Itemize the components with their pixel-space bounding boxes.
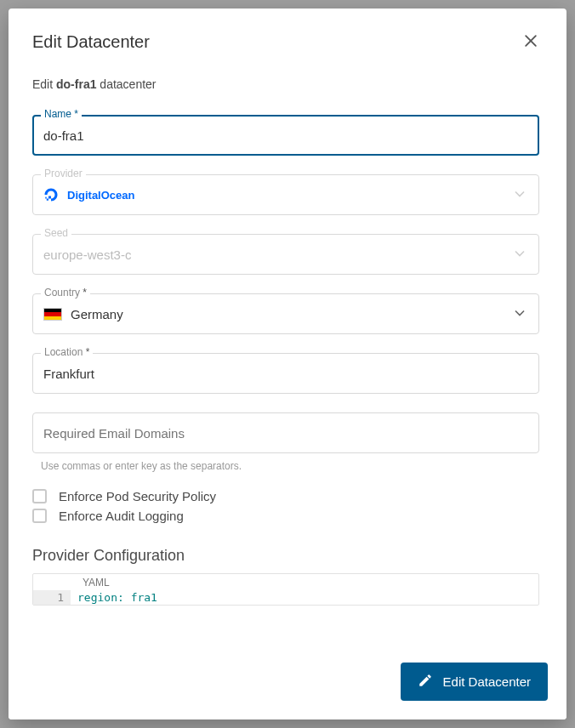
close-icon <box>522 39 539 52</box>
edit-datacenter-dialog: Edit Datacenter Edit do-fra1 datacenter … <box>9 9 566 719</box>
email-domains-hint: Use commas or enter key as the separator… <box>41 460 539 472</box>
enforce-pod-security-row: Enforce Pod Security Policy <box>32 489 539 503</box>
country-value: Germany <box>71 307 123 321</box>
provider-field: Provider DigitalOcean <box>32 174 539 215</box>
enforce-audit-logging-row: Enforce Audit Logging <box>32 509 539 523</box>
seed-label: Seed <box>41 227 71 239</box>
name-input[interactable] <box>43 117 528 154</box>
location-input[interactable] <box>43 355 528 392</box>
email-domains-field: Use commas or enter key as the separator… <box>32 412 539 472</box>
dialog-subtitle: Edit do-fra1 datacenter <box>32 77 539 91</box>
edit-datacenter-button[interactable]: Edit Datacenter <box>401 663 548 701</box>
provider-select: DigitalOcean <box>32 174 539 215</box>
name-label: Name * <box>41 108 82 120</box>
pencil-icon <box>418 673 443 691</box>
name-input-wrapper <box>32 115 539 156</box>
dialog-header: Edit Datacenter <box>9 9 566 67</box>
provider-config-heading: Provider Configuration <box>32 547 539 565</box>
yaml-content[interactable]: region: fra1 <box>71 590 164 605</box>
country-label: Country * <box>41 287 90 299</box>
digitalocean-icon <box>43 187 59 202</box>
svg-rect-3 <box>47 199 48 201</box>
chevron-down-icon <box>511 245 528 264</box>
name-field: Name * <box>32 115 539 156</box>
country-select[interactable]: Germany <box>32 293 539 334</box>
country-field: Country * Germany <box>32 293 539 334</box>
seed-field: Seed europe-west3-c <box>32 234 539 275</box>
chevron-down-icon <box>511 304 528 324</box>
close-button[interactable] <box>519 29 543 55</box>
enforce-pod-security-label: Enforce Pod Security Policy <box>59 489 216 503</box>
enforce-audit-logging-label: Enforce Audit Logging <box>59 509 184 523</box>
yaml-tab[interactable]: YAML <box>71 575 122 590</box>
enforce-audit-logging-checkbox[interactable] <box>32 509 47 523</box>
svg-rect-4 <box>45 197 47 199</box>
dialog-body[interactable]: Edit do-fra1 datacenter Name * Provider … <box>9 67 563 651</box>
provider-label: Provider <box>41 168 86 179</box>
subtitle-name: do-fra1 <box>56 77 96 91</box>
submit-label: Edit Datacenter <box>443 674 531 689</box>
line-number: 1 <box>33 590 71 605</box>
subtitle-suffix: datacenter <box>96 77 156 91</box>
svg-rect-2 <box>48 196 51 199</box>
dialog-title: Edit Datacenter <box>32 32 150 52</box>
location-input-wrapper <box>32 353 539 394</box>
yaml-editor[interactable]: YAML 1 region: fra1 <box>32 573 539 606</box>
dialog-footer: Edit Datacenter <box>9 651 566 719</box>
subtitle-prefix: Edit <box>32 77 56 91</box>
seed-value: europe-west3-c <box>43 247 131 262</box>
provider-value: DigitalOcean <box>67 189 134 202</box>
location-label: Location * <box>41 346 93 358</box>
germany-flag-icon <box>43 308 62 321</box>
chevron-down-icon <box>511 185 528 205</box>
email-domains-input-wrapper <box>32 412 539 453</box>
location-field: Location * <box>32 353 539 394</box>
yaml-line-1: 1 region: fra1 <box>33 590 538 605</box>
enforce-pod-security-checkbox[interactable] <box>32 489 47 503</box>
email-domains-input[interactable] <box>43 414 528 452</box>
seed-select: europe-west3-c <box>32 234 539 275</box>
